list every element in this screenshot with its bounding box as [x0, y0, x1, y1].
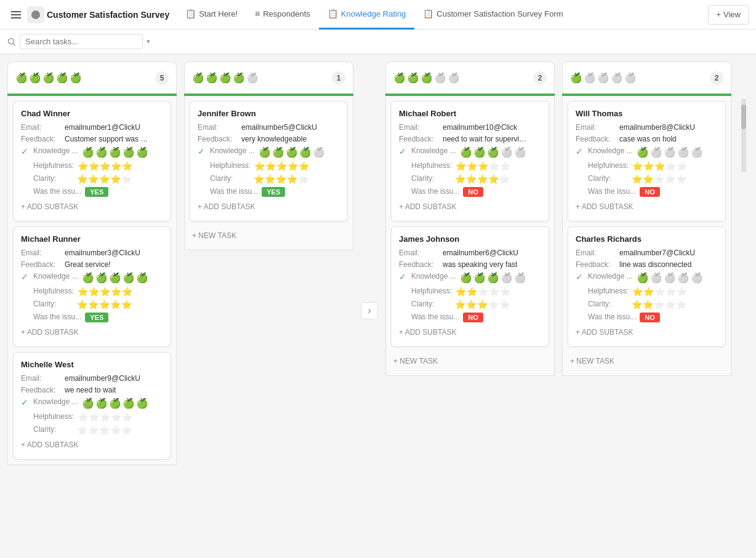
star-empty: ⭐	[665, 174, 675, 184]
helpfulness-row: Helpfulness: ⭐⭐⭐⭐⭐	[399, 287, 541, 297]
feedback-value: Great service!	[65, 260, 111, 269]
tab-knowledge[interactable]: 📋 Knowledge Rating	[319, 0, 415, 30]
task-card: Jennifer Brown Email: emailnumber5@Click…	[190, 101, 348, 221]
star-filled: ⭐	[100, 161, 110, 171]
apple-group: 🍏🍏🍏🍏🍏	[637, 272, 703, 284]
new-task-btn[interactable]: + NEW TASK	[568, 352, 726, 370]
clarity-row: Clarity: ⭐⭐⭐⭐⭐	[399, 174, 541, 184]
view-button[interactable]: + View	[708, 5, 749, 25]
apple-filled: 🍏	[82, 397, 94, 409]
issue-row: Was the issu... NO	[399, 187, 541, 197]
tab-respondents-icon: ≡	[255, 9, 260, 18]
star-empty: ⭐	[676, 174, 686, 184]
clarity-label: Clarity:	[411, 174, 451, 183]
add-subtask-btn[interactable]: + ADD SUBTASK	[399, 325, 541, 339]
apple-group: 🍏🍏🍏🍏🍏	[259, 146, 325, 158]
task-name: Michael Robert	[399, 109, 541, 118]
apple-filled: 🍏	[95, 397, 108, 409]
star-filled: ⭐	[121, 300, 132, 309]
apple-filled: 🍏	[473, 146, 486, 158]
tab-form-label: Customer Satisfaction Survey Form	[436, 9, 563, 18]
knowledge-label: Knowledge ...	[588, 272, 633, 281]
add-subtask-btn[interactable]: + ADD SUBTASK	[198, 200, 340, 213]
star-filled: ⭐	[111, 287, 121, 297]
star-empty: ⭐	[666, 161, 676, 171]
clarity-row: Clarity: ⭐⭐⭐⭐⭐	[399, 300, 541, 309]
column-apple-group: 🍏🍏🍏🍏🍏	[192, 72, 259, 84]
tab-form[interactable]: 📋 Customer Satisfaction Survey Form	[414, 0, 571, 30]
apple-group: 🍏🍏🍏🍏🍏	[82, 397, 148, 409]
svg-line-2	[14, 43, 16, 46]
search-input[interactable]	[20, 34, 143, 49]
star-group: ⭐⭐⭐⭐⭐	[632, 174, 686, 184]
email-row: Email: emailnumber5@ClickU	[198, 123, 340, 132]
col-apple-gray: 🍏	[624, 72, 637, 84]
issue-label: Was the issu...	[411, 313, 459, 321]
col-apple-filled: 🍏	[70, 72, 82, 84]
hamburger-menu[interactable]	[7, 7, 25, 22]
check-icon: ✓	[21, 397, 30, 407]
email-row: Email: emailnumber9@ClickU	[21, 374, 163, 383]
apple-filled: 🍏	[286, 146, 298, 158]
star-empty: ⭐	[110, 425, 121, 435]
task-name: James Johnson	[399, 234, 541, 244]
email-label: Email:	[576, 123, 616, 132]
column-header: 🍏🍏🍏🍏🍏 2	[385, 62, 555, 94]
apple-group: 🍏🍏🍏🍏🍏	[637, 146, 703, 158]
tab-respondents[interactable]: ≡ Respondents	[246, 0, 319, 30]
apple-filled: 🍏	[95, 146, 108, 158]
email-label: Email:	[399, 249, 439, 257]
search-dropdown-arrow[interactable]: ▾	[147, 38, 150, 46]
star-filled: ⭐	[643, 161, 654, 171]
star-group: ⭐⭐⭐⭐⭐	[632, 161, 687, 171]
star-filled: ⭐	[477, 300, 488, 309]
column-body: Will Thomas Email: emailnumber8@ClickU F…	[562, 96, 731, 376]
add-subtask-btn[interactable]: + ADD SUBTASK	[576, 200, 718, 213]
star-filled: ⭐	[632, 300, 642, 309]
tab-start[interactable]: 📋 Start Here!	[177, 0, 246, 30]
apple-filled: 🍏	[637, 146, 649, 158]
add-subtask-btn[interactable]: + ADD SUBTASK	[399, 200, 541, 213]
add-subtask-btn[interactable]: + ADD SUBTASK	[576, 325, 718, 339]
add-subtask-btn[interactable]: + ADD SUBTASK	[21, 200, 163, 213]
star-empty: ⭐	[88, 425, 99, 435]
star-filled: ⭐	[488, 174, 499, 184]
issue-badge: YES	[262, 187, 285, 197]
add-subtask-btn[interactable]: + ADD SUBTASK	[21, 438, 163, 452]
column-arrow-btn[interactable]: ›	[361, 302, 378, 319]
task-name: Michelle West	[21, 360, 163, 369]
star-filled: ⭐	[254, 174, 264, 184]
email-label: Email:	[21, 123, 61, 132]
search-icon	[7, 38, 16, 46]
knowledge-label: Knowledge ...	[210, 146, 255, 155]
new-task-btn[interactable]: + NEW TASK	[391, 352, 549, 370]
feedback-row: Feedback: Great service!	[21, 260, 163, 269]
knowledge-row: ✓ Knowledge ... 🍏🍏🍏🍏🍏	[576, 146, 718, 158]
star-filled: ⭐	[89, 287, 99, 297]
star-filled: ⭐	[478, 161, 488, 171]
star-empty: ⭐	[489, 161, 499, 171]
helpfulness-row: Helpfulness: ⭐⭐⭐⭐⭐	[576, 287, 718, 297]
tab-respondents-label: Respondents	[263, 9, 310, 18]
star-empty: ⭐	[654, 287, 665, 297]
star-group: ⭐⭐⭐⭐⭐	[632, 300, 686, 309]
apple-filled: 🍏	[259, 146, 271, 158]
issue-row: Was the issu... YES	[21, 313, 163, 322]
apple-gray: 🍏	[501, 146, 513, 158]
star-filled: ⭐	[643, 174, 653, 184]
apple-filled: 🍏	[123, 146, 135, 158]
issue-badge: NO	[640, 187, 660, 197]
star-empty: ⭐	[78, 412, 88, 422]
apple-filled: 🍏	[82, 146, 94, 158]
clarity-label: Clarity:	[33, 425, 73, 434]
star-filled: ⭐	[99, 174, 110, 184]
star-filled: ⭐	[467, 287, 477, 297]
apple-filled: 🍏	[272, 146, 284, 158]
feedback-value: case was on hold	[619, 135, 677, 143]
star-group: ⭐⭐⭐⭐⭐	[632, 287, 687, 297]
star-filled: ⭐	[77, 174, 87, 184]
clarity-row: Clarity: ⭐⭐⭐⭐⭐	[21, 300, 163, 309]
add-subtask-btn[interactable]: + ADD SUBTASK	[21, 325, 163, 339]
new-task-btn[interactable]: + NEW TASK	[190, 226, 348, 245]
apple-filled: 🍏	[136, 397, 148, 409]
